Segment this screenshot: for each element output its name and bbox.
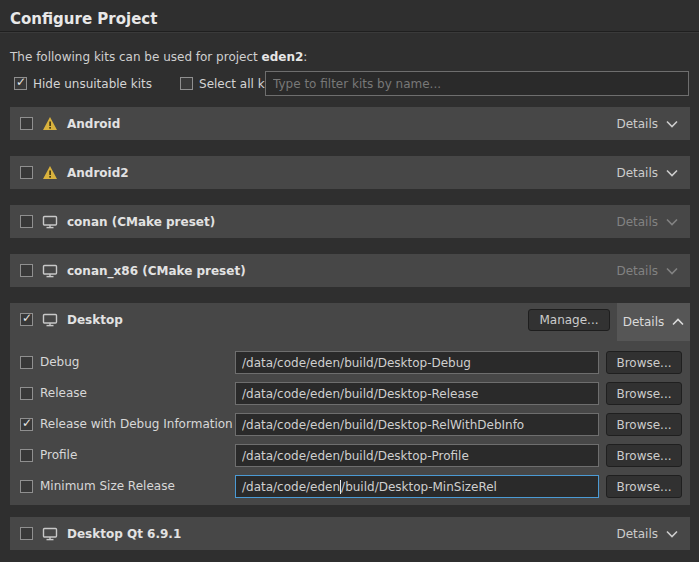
desktop-icon	[42, 214, 58, 229]
select-all-kits-checkbox[interactable]	[180, 77, 193, 90]
browse-button[interactable]: Browse...	[606, 444, 682, 467]
config-label: Release with Debug Information	[40, 417, 233, 431]
build-dir-input-focused[interactable]: /data/code/eden/build/Desktop-MinSizeRel	[235, 475, 599, 498]
config-checkbox[interactable]	[20, 480, 33, 493]
configure-project-screen: Configure Project The following kits can…	[0, 0, 699, 562]
kit-row-android2: Android2 Details	[10, 156, 690, 189]
browse-button[interactable]: Browse...	[606, 351, 682, 374]
build-config-row-release: Release Browse...	[10, 382, 690, 405]
kit-checkbox[interactable]	[20, 215, 33, 228]
chevron-down-icon	[666, 120, 678, 128]
page-title: Configure Project	[10, 10, 157, 28]
title-separator	[0, 31, 699, 33]
kit-checkbox[interactable]	[20, 117, 33, 130]
manage-button[interactable]: Manage...	[528, 309, 610, 331]
desktop-icon	[42, 526, 58, 541]
config-label: Profile	[40, 448, 77, 462]
config-label: Debug	[40, 355, 79, 369]
kit-filter-input[interactable]	[265, 71, 689, 96]
kit-name: Android2	[67, 166, 129, 180]
browse-button[interactable]: Browse...	[606, 382, 682, 405]
kit-checkbox[interactable]	[20, 166, 33, 179]
build-config-row-profile: Profile Browse...	[10, 444, 690, 467]
intro-text: The following kits can be used for proje…	[10, 50, 307, 64]
kit-name: Desktop	[67, 313, 123, 327]
kit-row-conan: conan (CMake preset) Details	[10, 205, 690, 238]
kit-name: Android	[67, 117, 120, 131]
config-label: Release	[40, 386, 87, 400]
desktop-icon	[42, 312, 58, 327]
browse-button[interactable]: Browse...	[606, 475, 682, 498]
build-dir-input[interactable]	[235, 382, 599, 405]
kit-checkbox[interactable]	[20, 313, 33, 326]
config-checkbox[interactable]	[20, 449, 33, 462]
browse-button[interactable]: Browse...	[606, 413, 682, 436]
kit-name: conan (CMake preset)	[67, 215, 215, 229]
build-config-row-relwithdebinfo: Release with Debug Information Browse...	[10, 413, 690, 436]
chevron-down-icon	[666, 267, 678, 275]
hide-unsuitable-kits-checkbox[interactable]	[14, 77, 27, 90]
build-config-row-minsizerel: Minimum Size Release /data/code/eden/bui…	[10, 475, 690, 498]
build-dir-input[interactable]	[235, 444, 599, 467]
details-button[interactable]: Details	[614, 525, 680, 543]
kit-name: Desktop Qt 6.9.1	[67, 527, 181, 541]
kit-row-desktop-qt: Desktop Qt 6.9.1 Details	[10, 517, 690, 550]
build-dir-input[interactable]	[235, 351, 599, 374]
details-button[interactable]: Details	[614, 164, 680, 182]
kit-name: conan_x86 (CMake preset)	[67, 264, 246, 278]
chevron-down-icon	[666, 218, 678, 226]
details-button[interactable]: Details	[614, 262, 680, 280]
details-button[interactable]: Details	[614, 115, 680, 133]
build-dir-input[interactable]	[235, 413, 599, 436]
build-config-row-debug: Debug Browse...	[10, 351, 690, 374]
kit-row-android: Android Details	[10, 107, 690, 140]
kit-checkbox[interactable]	[20, 264, 33, 277]
filter-bar: Hide unsuitable kits Select all kits	[14, 75, 301, 92]
hide-unsuitable-kits-label: Hide unsuitable kits	[33, 77, 152, 91]
kit-checkbox[interactable]	[20, 527, 33, 540]
warning-icon	[42, 165, 58, 180]
kit-row-conan-x86: conan_x86 (CMake preset) Details	[10, 254, 690, 287]
kit-panel-desktop: Details Desktop Manage... Debug Browse..…	[10, 303, 690, 505]
desktop-icon	[42, 263, 58, 278]
config-checkbox[interactable]	[20, 387, 33, 400]
warning-icon	[42, 116, 58, 131]
project-name: eden2	[262, 50, 304, 64]
chevron-down-icon	[666, 169, 678, 177]
chevron-down-icon	[666, 530, 678, 538]
details-button[interactable]: Details	[614, 213, 680, 231]
config-checkbox[interactable]	[20, 356, 33, 369]
config-checkbox[interactable]	[20, 418, 33, 431]
config-label: Minimum Size Release	[40, 479, 175, 493]
